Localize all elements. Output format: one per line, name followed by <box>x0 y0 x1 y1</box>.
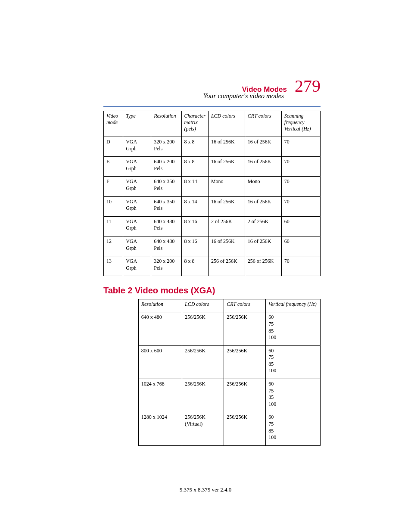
page-footer: 5.375 x 8.375 ver 2.4.0 <box>0 486 411 493</box>
table-row: EVGA Grph640 x 200 Pels8 x 816 of 256K16… <box>104 157 321 177</box>
table-cell: 320 x 200 Pels <box>151 256 181 276</box>
table-header-row: Video mode Type Resolution Character mat… <box>104 111 321 137</box>
table-cell: 12 <box>104 236 123 256</box>
table-row: FVGA Grph640 x 350 Pels8 x 14MonoMono70 <box>104 177 321 196</box>
table1-body: DVGA Grph320 x 200 Pels8 x 816 of 256K16… <box>104 137 321 276</box>
table-cell: 60 75 85 100 <box>266 312 321 345</box>
col-crt-colors: CRT colors <box>224 299 266 312</box>
table-row: 640 x 480256/256K256/256K60 75 85 100 <box>138 312 320 345</box>
video-modes-table: Video mode Type Resolution Character mat… <box>103 111 321 276</box>
col-lcd-colors: LCD colors <box>182 299 224 312</box>
table-cell: F <box>104 177 123 196</box>
table-cell: 256/256K <box>224 345 266 379</box>
table2-body: 640 x 480256/256K256/256K60 75 85 100800… <box>138 312 320 446</box>
table-header-row: Resolution LCD colors CRT colors Vertica… <box>138 299 320 312</box>
table-cell: 70 <box>281 256 320 276</box>
table-cell: 640 x 350 Pels <box>151 196 181 216</box>
table-cell: Mono <box>245 177 281 196</box>
table-cell: 256/256K <box>224 379 266 412</box>
col-resolution: Resolution <box>151 111 181 137</box>
table-cell: 60 75 85 100 <box>266 379 321 412</box>
xga-table: Resolution LCD colors CRT colors Vertica… <box>138 299 321 446</box>
table-cell: 70 <box>281 137 320 157</box>
table-row: 11VGA Grph640 x 480 Pels8 x 162 of 256K2… <box>104 216 321 236</box>
table-row: 800 x 600256/256K256/256K60 75 85 100 <box>138 345 320 379</box>
col-resolution: Resolution <box>138 299 182 312</box>
table-cell: 16 of 256K <box>245 137 281 157</box>
table-cell: 8 x 14 <box>181 196 208 216</box>
table-cell: 13 <box>104 256 123 276</box>
header-subtitle: Your computer's video modes <box>103 92 284 100</box>
table-cell: 70 <box>281 177 320 196</box>
table-cell: 11 <box>104 216 123 236</box>
table-cell: 60 <box>281 236 320 256</box>
col-scan-freq: Scanning frequency Vertical (Hz) <box>281 111 320 137</box>
col-lcd-colors: LCD colors <box>208 111 245 137</box>
table-cell: Mono <box>208 177 245 196</box>
table-cell: 16 of 256K <box>208 236 245 256</box>
table-cell: 16 of 256K <box>208 196 245 216</box>
table-cell: 8 x 8 <box>181 137 208 157</box>
table-cell: 640 x 350 Pels <box>151 177 181 196</box>
table-cell: 256/256K <box>182 379 224 412</box>
table-cell: 1280 x 1024 <box>138 412 182 445</box>
table-cell: 10 <box>104 196 123 216</box>
table-cell: 8 x 8 <box>181 256 208 276</box>
table-cell: 640 x 200 Pels <box>151 157 181 177</box>
table-cell: 70 <box>281 196 320 216</box>
table-cell: 2 of 256K <box>208 216 245 236</box>
table-cell: 8 x 14 <box>181 177 208 196</box>
table-cell: 256/256K <box>224 412 266 445</box>
table-cell: 16 of 256K <box>208 137 245 157</box>
document-page: Video Modes 279 Your computer's video mo… <box>0 0 411 532</box>
table-cell: 60 75 85 100 <box>266 412 321 445</box>
table-cell: 256/256K (Virtual) <box>182 412 224 445</box>
table-cell: 60 75 85 100 <box>266 345 321 379</box>
table-cell: 256 of 256K <box>245 256 281 276</box>
table-cell: 640 x 480 Pels <box>151 236 181 256</box>
table-cell: 60 <box>281 216 320 236</box>
table-cell: VGA Grph <box>123 177 151 196</box>
table-cell: VGA Grph <box>123 256 151 276</box>
col-video-mode: Video mode <box>104 111 123 137</box>
page-number: 279 <box>295 78 321 95</box>
col-type: Type <box>123 111 151 137</box>
table-cell: 16 of 256K <box>245 196 281 216</box>
table-row: DVGA Grph320 x 200 Pels8 x 816 of 256K16… <box>104 137 321 157</box>
table-cell: 16 of 256K <box>245 236 281 256</box>
table-row: 12VGA Grph640 x 480 Pels8 x 1616 of 256K… <box>104 236 321 256</box>
table-row: 1280 x 1024256/256K (Virtual)256/256K60 … <box>138 412 320 445</box>
table-cell: 256 of 256K <box>208 256 245 276</box>
table-cell: 1024 x 768 <box>138 379 182 412</box>
table-cell: 256/256K <box>182 312 224 345</box>
table-cell: VGA Grph <box>123 137 151 157</box>
table-cell: 320 x 200 Pels <box>151 137 181 157</box>
table-cell: 640 x 480 Pels <box>151 216 181 236</box>
table-cell: 8 x 16 <box>181 216 208 236</box>
table-row: 10VGA Grph640 x 350 Pels8 x 1416 of 256K… <box>104 196 321 216</box>
table-cell: 8 x 8 <box>181 157 208 177</box>
table-row: 1024 x 768256/256K256/256K60 75 85 100 <box>138 379 320 412</box>
table-cell: 256/256K <box>182 345 224 379</box>
col-char-matrix: Character matrix (pels) <box>181 111 208 137</box>
page-header: Video Modes 279 Your computer's video mo… <box>103 78 321 100</box>
table-cell: 256/256K <box>224 312 266 345</box>
table-cell: VGA Grph <box>123 157 151 177</box>
table-cell: 8 x 16 <box>181 236 208 256</box>
table-cell: 2 of 256K <box>245 216 281 236</box>
col-vert-freq: Vertical frequency (Hz) <box>266 299 321 312</box>
section-title-xga: Table 2 Video modes (XGA) <box>103 286 321 296</box>
table-cell: VGA Grph <box>123 236 151 256</box>
table-cell: D <box>104 137 123 157</box>
table-cell: 640 x 480 <box>138 312 182 345</box>
header-rule <box>103 106 321 107</box>
table-cell: 800 x 600 <box>138 345 182 379</box>
table-cell: 16 of 256K <box>245 157 281 177</box>
col-crt-colors: CRT colors <box>245 111 281 137</box>
table-cell: 16 of 256K <box>208 157 245 177</box>
table-cell: VGA Grph <box>123 196 151 216</box>
table-cell: 70 <box>281 157 320 177</box>
table-cell: VGA Grph <box>123 216 151 236</box>
table-row: 13VGA Grph320 x 200 Pels8 x 8256 of 256K… <box>104 256 321 276</box>
table-cell: E <box>104 157 123 177</box>
